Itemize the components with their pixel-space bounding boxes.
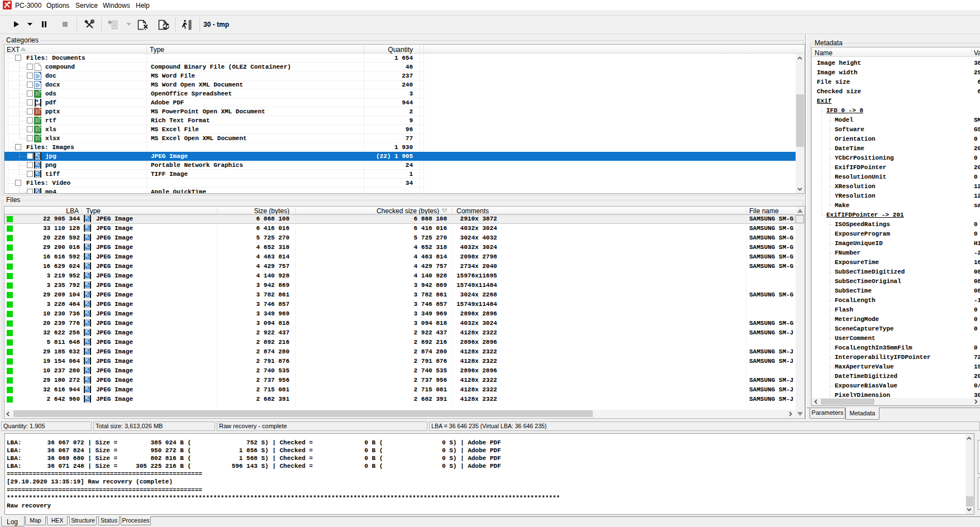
- svg-text:pdf: pdf: [36, 103, 40, 106]
